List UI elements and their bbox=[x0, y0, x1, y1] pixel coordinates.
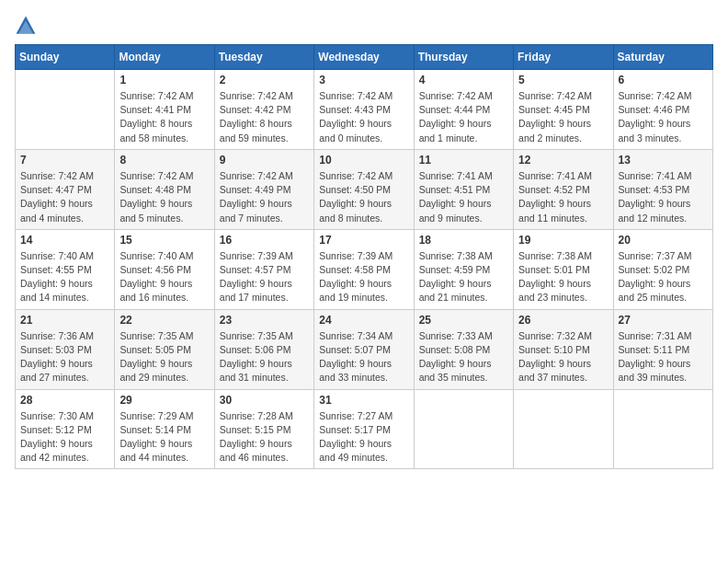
day-info: Sunrise: 7:34 AM Sunset: 5:07 PM Dayligh… bbox=[319, 329, 408, 385]
day-number: 22 bbox=[119, 314, 209, 327]
day-info: Sunrise: 7:35 AM Sunset: 5:06 PM Dayligh… bbox=[220, 329, 309, 385]
day-header-friday: Friday bbox=[514, 45, 613, 70]
day-number: 1 bbox=[119, 74, 209, 86]
calendar-week-row: 21Sunrise: 7:36 AM Sunset: 5:03 PM Dayli… bbox=[16, 309, 713, 389]
day-header-wednesday: Wednesday bbox=[314, 45, 414, 70]
day-header-thursday: Thursday bbox=[414, 45, 513, 70]
calendar-cell: 23Sunrise: 7:35 AM Sunset: 5:06 PM Dayli… bbox=[214, 309, 313, 389]
day-info: Sunrise: 7:42 AM Sunset: 4:49 PM Dayligh… bbox=[220, 169, 309, 225]
day-number: 13 bbox=[619, 154, 708, 167]
day-info: Sunrise: 7:42 AM Sunset: 4:47 PM Dayligh… bbox=[20, 169, 109, 225]
day-info: Sunrise: 7:29 AM Sunset: 5:14 PM Dayligh… bbox=[119, 409, 209, 465]
day-info: Sunrise: 7:42 AM Sunset: 4:45 PM Dayligh… bbox=[518, 89, 608, 145]
day-number: 6 bbox=[619, 74, 708, 86]
day-info: Sunrise: 7:35 AM Sunset: 5:05 PM Dayligh… bbox=[119, 329, 209, 385]
calendar-cell: 27Sunrise: 7:31 AM Sunset: 5:11 PM Dayli… bbox=[613, 309, 712, 389]
day-info: Sunrise: 7:33 AM Sunset: 5:08 PM Dayligh… bbox=[419, 329, 508, 385]
day-number: 4 bbox=[419, 74, 508, 86]
logo bbox=[15, 15, 40, 37]
day-header-saturday: Saturday bbox=[613, 45, 712, 70]
day-header-monday: Monday bbox=[115, 45, 214, 70]
calendar-cell bbox=[16, 70, 115, 150]
day-info: Sunrise: 7:27 AM Sunset: 5:17 PM Dayligh… bbox=[319, 409, 408, 465]
day-info: Sunrise: 7:42 AM Sunset: 4:43 PM Dayligh… bbox=[319, 89, 408, 145]
day-info: Sunrise: 7:42 AM Sunset: 4:46 PM Dayligh… bbox=[619, 89, 708, 145]
day-info: Sunrise: 7:41 AM Sunset: 4:51 PM Dayligh… bbox=[419, 169, 508, 225]
day-number: 28 bbox=[20, 394, 109, 407]
calendar-cell: 19Sunrise: 7:38 AM Sunset: 5:01 PM Dayli… bbox=[514, 229, 613, 309]
day-number: 15 bbox=[119, 234, 209, 247]
day-number: 26 bbox=[518, 314, 608, 327]
calendar-cell: 18Sunrise: 7:38 AM Sunset: 4:59 PM Dayli… bbox=[414, 229, 513, 309]
day-number: 8 bbox=[119, 154, 209, 167]
calendar-cell: 11Sunrise: 7:41 AM Sunset: 4:51 PM Dayli… bbox=[414, 149, 513, 229]
calendar-cell: 20Sunrise: 7:37 AM Sunset: 5:02 PM Dayli… bbox=[613, 229, 712, 309]
calendar-cell: 16Sunrise: 7:39 AM Sunset: 4:57 PM Dayli… bbox=[214, 229, 313, 309]
day-number: 10 bbox=[319, 154, 408, 167]
calendar-cell bbox=[613, 389, 712, 469]
calendar-cell: 4Sunrise: 7:42 AM Sunset: 4:44 PM Daylig… bbox=[414, 70, 513, 150]
calendar-week-row: 28Sunrise: 7:30 AM Sunset: 5:12 PM Dayli… bbox=[16, 389, 713, 469]
calendar-week-row: 14Sunrise: 7:40 AM Sunset: 4:55 PM Dayli… bbox=[16, 229, 713, 309]
day-info: Sunrise: 7:42 AM Sunset: 4:42 PM Dayligh… bbox=[220, 89, 309, 145]
day-number: 14 bbox=[20, 234, 109, 247]
day-header-tuesday: Tuesday bbox=[214, 45, 313, 70]
calendar-cell: 10Sunrise: 7:42 AM Sunset: 4:50 PM Dayli… bbox=[314, 149, 414, 229]
calendar-cell: 25Sunrise: 7:33 AM Sunset: 5:08 PM Dayli… bbox=[414, 309, 513, 389]
calendar-cell: 6Sunrise: 7:42 AM Sunset: 4:46 PM Daylig… bbox=[613, 70, 712, 150]
calendar-table: SundayMondayTuesdayWednesdayThursdayFrid… bbox=[15, 44, 713, 469]
calendar-cell: 5Sunrise: 7:42 AM Sunset: 4:45 PM Daylig… bbox=[514, 70, 613, 150]
day-number: 18 bbox=[419, 234, 508, 247]
day-info: Sunrise: 7:36 AM Sunset: 5:03 PM Dayligh… bbox=[20, 329, 109, 385]
day-info: Sunrise: 7:30 AM Sunset: 5:12 PM Dayligh… bbox=[20, 409, 109, 465]
day-number: 9 bbox=[220, 154, 309, 167]
calendar-cell: 7Sunrise: 7:42 AM Sunset: 4:47 PM Daylig… bbox=[16, 149, 115, 229]
day-number: 12 bbox=[518, 154, 608, 167]
calendar-cell: 9Sunrise: 7:42 AM Sunset: 4:49 PM Daylig… bbox=[214, 149, 313, 229]
day-number: 5 bbox=[518, 74, 608, 86]
day-info: Sunrise: 7:39 AM Sunset: 4:57 PM Dayligh… bbox=[220, 249, 309, 305]
calendar-cell: 1Sunrise: 7:42 AM Sunset: 4:41 PM Daylig… bbox=[115, 70, 214, 150]
calendar-cell: 3Sunrise: 7:42 AM Sunset: 4:43 PM Daylig… bbox=[314, 70, 414, 150]
calendar-cell: 13Sunrise: 7:41 AM Sunset: 4:53 PM Dayli… bbox=[613, 149, 712, 229]
day-info: Sunrise: 7:37 AM Sunset: 5:02 PM Dayligh… bbox=[619, 249, 708, 305]
calendar-cell: 24Sunrise: 7:34 AM Sunset: 5:07 PM Dayli… bbox=[314, 309, 414, 389]
calendar-cell: 14Sunrise: 7:40 AM Sunset: 4:55 PM Dayli… bbox=[16, 229, 115, 309]
calendar-week-row: 1Sunrise: 7:42 AM Sunset: 4:41 PM Daylig… bbox=[16, 70, 713, 150]
calendar-cell: 2Sunrise: 7:42 AM Sunset: 4:42 PM Daylig… bbox=[214, 70, 313, 150]
day-info: Sunrise: 7:41 AM Sunset: 4:53 PM Dayligh… bbox=[619, 169, 708, 225]
calendar-cell: 22Sunrise: 7:35 AM Sunset: 5:05 PM Dayli… bbox=[115, 309, 214, 389]
calendar-cell: 12Sunrise: 7:41 AM Sunset: 4:52 PM Dayli… bbox=[514, 149, 613, 229]
day-info: Sunrise: 7:31 AM Sunset: 5:11 PM Dayligh… bbox=[619, 329, 708, 385]
calendar-cell bbox=[514, 389, 613, 469]
calendar-cell: 31Sunrise: 7:27 AM Sunset: 5:17 PM Dayli… bbox=[314, 389, 414, 469]
day-number: 16 bbox=[220, 234, 309, 247]
day-info: Sunrise: 7:38 AM Sunset: 4:59 PM Dayligh… bbox=[419, 249, 508, 305]
day-number: 11 bbox=[419, 154, 508, 167]
day-number: 25 bbox=[419, 314, 508, 327]
day-number: 17 bbox=[319, 234, 408, 247]
day-info: Sunrise: 7:38 AM Sunset: 5:01 PM Dayligh… bbox=[518, 249, 608, 305]
calendar-cell bbox=[414, 389, 513, 469]
day-number: 7 bbox=[20, 154, 109, 167]
day-info: Sunrise: 7:42 AM Sunset: 4:44 PM Dayligh… bbox=[419, 89, 508, 145]
calendar-cell: 8Sunrise: 7:42 AM Sunset: 4:48 PM Daylig… bbox=[115, 149, 214, 229]
day-info: Sunrise: 7:40 AM Sunset: 4:56 PM Dayligh… bbox=[119, 249, 209, 305]
day-number: 2 bbox=[220, 74, 309, 86]
calendar-cell: 28Sunrise: 7:30 AM Sunset: 5:12 PM Dayli… bbox=[16, 389, 115, 469]
day-info: Sunrise: 7:40 AM Sunset: 4:55 PM Dayligh… bbox=[20, 249, 109, 305]
day-info: Sunrise: 7:39 AM Sunset: 4:58 PM Dayligh… bbox=[319, 249, 408, 305]
day-number: 19 bbox=[518, 234, 608, 247]
page-header bbox=[15, 15, 713, 37]
day-number: 31 bbox=[319, 394, 408, 407]
day-number: 23 bbox=[220, 314, 309, 327]
day-info: Sunrise: 7:42 AM Sunset: 4:50 PM Dayligh… bbox=[319, 169, 408, 225]
day-info: Sunrise: 7:28 AM Sunset: 5:15 PM Dayligh… bbox=[220, 409, 309, 465]
day-number: 30 bbox=[220, 394, 309, 407]
calendar-cell: 26Sunrise: 7:32 AM Sunset: 5:10 PM Dayli… bbox=[514, 309, 613, 389]
day-info: Sunrise: 7:41 AM Sunset: 4:52 PM Dayligh… bbox=[518, 169, 608, 225]
calendar-cell: 17Sunrise: 7:39 AM Sunset: 4:58 PM Dayli… bbox=[314, 229, 414, 309]
logo-icon bbox=[15, 15, 37, 37]
day-header-sunday: Sunday bbox=[16, 45, 115, 70]
day-info: Sunrise: 7:32 AM Sunset: 5:10 PM Dayligh… bbox=[518, 329, 608, 385]
